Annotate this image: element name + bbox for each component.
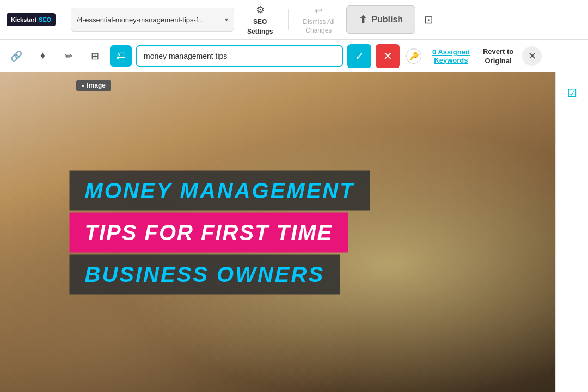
logo-area: Kickstart SEO — [7, 13, 66, 26]
magic-button[interactable]: ✦ — [32, 45, 53, 67]
tag-icon: 🏷 — [116, 50, 126, 62]
hero-text-block-3: BUSINESS OWNERS — [70, 254, 340, 294]
logo: Kickstart SEO — [7, 13, 56, 26]
link-button[interactable]: 🔗 — [5, 45, 27, 67]
seo-settings-label-1: SEO — [253, 18, 267, 26]
hero-image-area[interactable]: MONEY MANAGEMENT TIPS FOR FIRST TIME BUS… — [0, 72, 555, 392]
gear-icon: ⚙ — [256, 4, 265, 16]
key-icon: 🔑 — [409, 52, 419, 60]
preview-button[interactable]: ⊡ — [420, 9, 438, 30]
keyword-search-wrapper — [136, 45, 343, 67]
assigned-keywords-line2: Keywords — [434, 56, 468, 64]
link-icon: 🔗 — [10, 50, 22, 62]
revert-label-2: Original — [485, 57, 511, 65]
url-bar[interactable]: /4-essential-money-management-tips-f... … — [71, 8, 234, 32]
top-toolbar: Kickstart SEO /4-essential-money-managem… — [0, 0, 588, 40]
close-icon: ✕ — [383, 50, 393, 63]
checklist-icon: ☑ — [567, 87, 577, 100]
hero-text-block-2: TIPS FOR FIRST TIME — [70, 212, 348, 252]
hero-title-line2: TIPS FOR FIRST TIME — [85, 220, 333, 244]
dismiss-label-1: Dismiss All — [303, 18, 334, 26]
toolbar-divider-1 — [288, 9, 289, 30]
preview-icon: ⊡ — [424, 14, 433, 26]
image-tag-icon: ▪ — [82, 82, 84, 89]
tag-button[interactable]: 🏷 — [110, 45, 132, 67]
image-tag-text: Image — [87, 82, 106, 89]
grid-icon: ⊞ — [91, 50, 99, 62]
edit-button[interactable]: ✏ — [58, 45, 79, 67]
upload-icon: ⬆ — [359, 14, 367, 26]
confirm-button[interactable]: ✓ — [347, 44, 371, 68]
undo-icon: ↩ — [315, 5, 323, 17]
logo-seo: SEO — [39, 16, 51, 23]
revert-label-1: Revert to — [483, 47, 513, 56]
cancel-button[interactable]: ✕ — [376, 44, 400, 68]
chevron-down-icon: ▾ — [225, 16, 228, 23]
hero-text-block-1: MONEY MANAGEMENT — [70, 170, 370, 210]
close-circle-icon: ✕ — [528, 50, 536, 62]
check-icon: ✓ — [355, 50, 364, 63]
right-sidebar: ☑ — [555, 72, 588, 392]
more-button[interactable]: ✕ — [522, 46, 542, 66]
grid-button[interactable]: ⊞ — [84, 45, 106, 67]
sidebar-checklist-button[interactable]: ☑ — [560, 81, 584, 105]
magic-icon: ✦ — [39, 50, 47, 62]
seo-settings-label-2: Settings — [247, 28, 273, 35]
edit-icon: ✏ — [65, 50, 73, 62]
publish-button[interactable]: ⬆ Publish — [346, 5, 415, 34]
seo-settings-button[interactable]: ⚙ SEO Settings — [238, 0, 281, 40]
second-toolbar: 🔗 ✦ ✏ ⊞ 🏷 ✓ ✕ 🔑 0 Assigned Keywords Reve… — [0, 40, 588, 72]
key-icon-circle: 🔑 — [406, 48, 421, 64]
assigned-keywords-link[interactable]: 0 Assigned Keywords — [428, 48, 474, 64]
assigned-keywords-line1: 0 Assigned — [432, 48, 470, 56]
hero-title-line1: MONEY MANAGEMENT — [85, 178, 355, 202]
url-text: /4-essential-money-management-tips-f... — [77, 16, 222, 24]
hero-text-overlay: MONEY MANAGEMENT TIPS FOR FIRST TIME BUS… — [70, 170, 486, 294]
dismiss-all-button[interactable]: ↩ Dismiss All Changes — [295, 2, 342, 38]
revert-button[interactable]: Revert to Original — [479, 47, 518, 65]
dismiss-label-2: Changes — [305, 27, 332, 34]
image-tag-label[interactable]: ▪ Image — [76, 80, 111, 91]
hero-title-line3: BUSINESS OWNERS — [85, 262, 325, 286]
keyword-search-input[interactable] — [136, 45, 343, 67]
main-content: ▪ Image MONEY MANAGEMENT TIPS FOR FIRST … — [0, 72, 588, 392]
publish-label: Publish — [371, 15, 403, 24]
logo-kickstart: Kickstart — [11, 16, 36, 23]
